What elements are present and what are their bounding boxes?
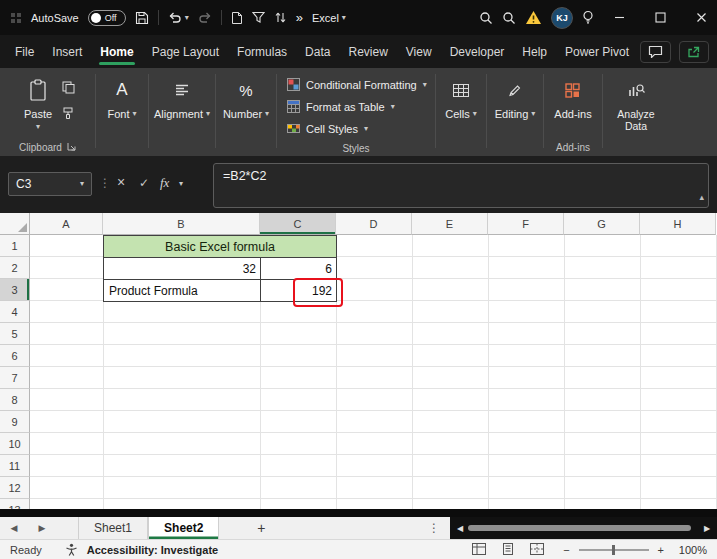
zoom-level[interactable]: 100%	[673, 544, 707, 556]
row-header-5[interactable]: 5	[0, 323, 30, 345]
sheet-nav-left-icon[interactable]: ◀	[0, 523, 28, 533]
app-menu[interactable]: Excel ▾	[312, 12, 346, 24]
undo-button[interactable]: ▾	[168, 11, 189, 24]
lightbulb-icon[interactable]	[582, 10, 594, 25]
row-header-11[interactable]: 11	[0, 455, 30, 477]
accessibility-status[interactable]: Accessibility: Investigate	[87, 544, 218, 556]
format-painter-icon[interactable]	[62, 107, 75, 123]
row-header-3[interactable]: 3	[0, 279, 30, 301]
tab-data[interactable]: Data	[296, 35, 339, 68]
zoom-in-icon[interactable]: +	[658, 544, 664, 556]
tab-view[interactable]: View	[397, 35, 441, 68]
cell-b3[interactable]: Product Formula	[103, 279, 261, 302]
row-header-8[interactable]: 8	[0, 389, 30, 411]
document-icon[interactable]	[231, 11, 243, 25]
row-header-7[interactable]: 7	[0, 367, 30, 389]
page-layout-view-icon[interactable]	[501, 543, 515, 557]
row-header-10[interactable]: 10	[0, 433, 30, 455]
maximize-button[interactable]	[644, 0, 676, 35]
row-header-6[interactable]: 6	[0, 345, 30, 367]
scrollbar-thumb[interactable]	[468, 525, 691, 531]
column-header-g[interactable]: G	[564, 213, 640, 235]
resize-handle-icon[interactable]: ⋮	[99, 176, 111, 190]
sheet-tab-sheet2[interactable]: Sheet2	[148, 517, 219, 539]
app-launcher-icon[interactable]	[10, 12, 22, 24]
add-ins-button[interactable]: Add-ins	[550, 73, 595, 122]
editing-menu-button[interactable]: Editing▾	[491, 73, 540, 122]
tab-review[interactable]: Review	[339, 35, 396, 68]
tab-insert[interactable]: Insert	[43, 35, 91, 68]
column-header-c[interactable]: C	[260, 213, 336, 235]
cell-styles-button[interactable]: Cell Styles ▾	[287, 118, 427, 140]
column-header-a[interactable]: A	[30, 213, 103, 235]
paste-button[interactable]: Paste ▾	[20, 73, 56, 133]
font-menu-button[interactable]: A Font▾	[103, 73, 140, 122]
tab-page-layout[interactable]: Page Layout	[143, 35, 228, 68]
cells-menu-button[interactable]: Cells▾	[441, 73, 480, 122]
search-icon[interactable]	[479, 11, 493, 25]
more-commands-icon[interactable]: »	[296, 10, 303, 25]
conditional-formatting-button[interactable]: Conditional Formatting ▾	[287, 74, 427, 96]
sheet-tab-sheet1[interactable]: Sheet1	[78, 517, 148, 539]
share-button[interactable]	[679, 41, 709, 63]
alignment-menu-button[interactable]: Alignment▾	[150, 73, 214, 122]
enter-icon[interactable]: ✓	[139, 176, 149, 190]
sheet-options-icon[interactable]: ⋮	[418, 521, 450, 535]
column-header-b[interactable]: B	[103, 213, 260, 235]
zoom-slider-knob[interactable]	[612, 545, 615, 555]
cell-b1-merged[interactable]: Basic Excel formula	[103, 235, 337, 258]
search-icon-secondary[interactable]	[502, 11, 516, 25]
formula-input[interactable]: =B2*C2	[213, 163, 709, 208]
filter-icon[interactable]	[252, 11, 265, 24]
insert-function-icon[interactable]: fx	[160, 175, 169, 191]
warning-icon[interactable]	[525, 10, 542, 25]
format-as-table-button[interactable]: Format as Table ▾	[287, 96, 427, 118]
tab-file[interactable]: File	[6, 35, 43, 68]
column-header-f[interactable]: F	[488, 213, 564, 235]
row-header-2[interactable]: 2	[0, 257, 30, 279]
font-group: A Font▾	[96, 68, 148, 156]
cancel-icon[interactable]: ×	[117, 174, 125, 190]
zoom-out-icon[interactable]: −	[563, 544, 569, 556]
cell-c2[interactable]: 6	[260, 257, 337, 280]
normal-view-icon[interactable]	[472, 543, 486, 557]
collapse-formula-bar-icon[interactable]: ▴	[699, 192, 704, 202]
column-header-h[interactable]: H	[640, 213, 716, 235]
analyze-data-button[interactable]: Analyze Data	[607, 73, 665, 134]
tab-home[interactable]: Home	[91, 35, 142, 68]
close-button[interactable]	[685, 0, 717, 35]
column-header-d[interactable]: D	[336, 213, 412, 235]
scroll-left-icon[interactable]: ◀	[454, 524, 466, 533]
autosave-toggle[interactable]: Off	[88, 10, 126, 26]
select-all-corner[interactable]	[0, 213, 30, 235]
cells-area[interactable]: Basic Excel formula 32 6 Product Formula…	[30, 235, 717, 509]
avatar[interactable]: KJ	[551, 7, 573, 29]
minimize-button[interactable]	[603, 0, 635, 35]
save-icon[interactable]	[135, 11, 149, 25]
new-sheet-button[interactable]: +	[251, 520, 271, 536]
cell-b2[interactable]: 32	[103, 257, 261, 280]
sort-icon[interactable]	[274, 11, 287, 24]
redo-button[interactable]	[198, 11, 212, 24]
sheet-nav-right-icon[interactable]: ▶	[28, 523, 56, 533]
format-as-table-label: Format as Table	[306, 101, 385, 113]
row-header-1[interactable]: 1	[0, 235, 30, 257]
row-header-4[interactable]: 4	[0, 301, 30, 323]
tab-help[interactable]: Help	[513, 35, 556, 68]
copy-icon[interactable]	[62, 81, 75, 97]
horizontal-scrollbar[interactable]: ◀ ▶	[450, 517, 717, 539]
tab-developer[interactable]: Developer	[441, 35, 514, 68]
number-menu-button[interactable]: % Number▾	[219, 73, 273, 122]
row-header-12[interactable]: 12	[0, 477, 30, 499]
dialog-launcher-icon[interactable]	[67, 142, 76, 153]
zoom-slider[interactable]	[579, 549, 649, 551]
scroll-right-icon[interactable]: ▶	[701, 524, 713, 533]
tab-power-pivot[interactable]: Power Pivot	[556, 35, 638, 68]
name-box[interactable]: C3 ▾	[8, 172, 92, 196]
page-break-view-icon[interactable]	[530, 543, 544, 557]
column-header-e[interactable]: E	[412, 213, 488, 235]
accessibility-icon[interactable]	[65, 543, 78, 556]
comments-button[interactable]	[640, 41, 671, 63]
tab-formulas[interactable]: Formulas	[228, 35, 296, 68]
row-header-9[interactable]: 9	[0, 411, 30, 433]
